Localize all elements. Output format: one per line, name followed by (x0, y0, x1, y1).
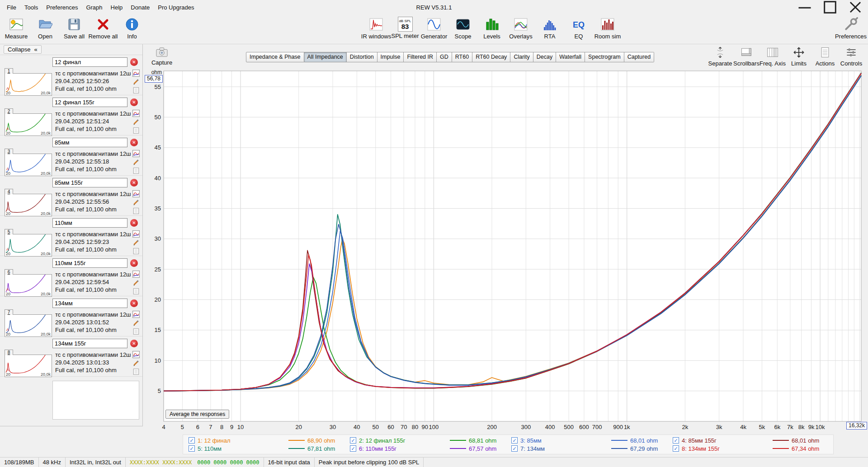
measurement-item-3[interactable]: ✕3А2020,0kтс с противомагнитами 12ш29.04… (0, 135, 142, 176)
menu-graph[interactable]: Graph (82, 2, 106, 13)
pencil-icon[interactable] (132, 118, 140, 126)
notes-icon[interactable] (132, 127, 140, 134)
delete-measurement-button[interactable]: ✕ (130, 259, 138, 267)
legend-checkbox[interactable]: ✓ (673, 437, 679, 444)
measurement-thumbnail[interactable]: 2А2020,0k (5, 113, 52, 136)
measurement-thumbnail[interactable]: 6А2020,0k (5, 274, 52, 297)
measurement-thumbnail[interactable]: 1А2020,0k (5, 73, 52, 96)
actions-button[interactable]: Actions (812, 46, 838, 67)
tab-impulse[interactable]: Impulse (377, 52, 404, 62)
pencil-icon[interactable] (132, 279, 140, 286)
save-all-button[interactable]: Save all (60, 15, 89, 43)
mini-graph-icon[interactable] (132, 351, 140, 358)
measurement-thumbnail[interactable]: 3А2020,0k (5, 154, 52, 176)
tab-rt60-decay[interactable]: RT60 Decay (472, 52, 510, 62)
notes-icon[interactable] (132, 368, 140, 375)
mini-graph-icon[interactable] (132, 150, 140, 157)
tab-captured[interactable]: Captured (624, 52, 654, 62)
measurement-name-input[interactable] (52, 98, 127, 107)
menu-preferences[interactable]: Preferences (42, 2, 82, 13)
pencil-icon[interactable] (132, 199, 140, 206)
tab-waterfall[interactable]: Waterfall (556, 52, 585, 62)
menu-pro-upgrades[interactable]: Pro Upgrades (154, 2, 198, 13)
mini-graph-icon[interactable] (132, 110, 140, 117)
legend-checkbox[interactable]: ✓ (189, 445, 195, 452)
tab-decay[interactable]: Decay (533, 52, 556, 62)
separate-button[interactable]: Separate (707, 46, 733, 67)
average-responses-button[interactable]: Average the responses (165, 410, 229, 419)
delete-measurement-button[interactable]: ✕ (130, 58, 138, 66)
measurement-thumbnail[interactable]: 5А2020,0k (5, 234, 52, 257)
menu-help[interactable]: Help (107, 2, 127, 13)
measurement-name-input[interactable] (52, 218, 127, 228)
measurement-item-1[interactable]: ✕1А2020,0kтс с противомагнитами 12ш29.04… (0, 55, 142, 95)
delete-measurement-button[interactable]: ✕ (130, 340, 138, 347)
minimize-button[interactable] (792, 0, 817, 14)
measurement-name-input[interactable] (52, 299, 127, 308)
tab-spectrogram[interactable]: Spectrogram (585, 52, 624, 62)
legend-checkbox[interactable]: ✓ (350, 445, 356, 452)
info-button[interactable]: Info (118, 15, 146, 43)
legend-checkbox[interactable]: ✓ (189, 437, 195, 444)
tab-all-impedance[interactable]: All Impedance (304, 52, 347, 62)
mini-graph-icon[interactable] (132, 190, 140, 197)
pencil-icon[interactable] (132, 360, 140, 367)
limits-button[interactable]: Limits (786, 46, 812, 67)
pencil-icon[interactable] (132, 159, 140, 166)
tab-rt60[interactable]: RT60 (452, 52, 472, 62)
legend-checkbox[interactable]: ✓ (350, 437, 356, 444)
notes-icon[interactable] (132, 328, 140, 335)
freq-axis-button[interactable]: Freq. Axis (760, 46, 786, 67)
measurement-item-7[interactable]: ✕7А2020,0kтс с противомагнитами 12ш29.04… (0, 296, 142, 336)
preferences-button[interactable]: Preferences (836, 15, 865, 43)
levels-button[interactable]: Levels (477, 15, 506, 43)
pencil-icon[interactable] (132, 239, 140, 246)
mini-graph-icon[interactable] (132, 271, 140, 278)
tab-distortion[interactable]: Distortion (347, 52, 377, 62)
notes-icon[interactable] (132, 288, 140, 295)
overlays-button[interactable]: Overlays (506, 15, 535, 43)
menu-file[interactable]: File (3, 2, 20, 13)
notes-icon[interactable] (132, 87, 140, 94)
scope-button[interactable]: Scope (448, 15, 477, 43)
legend-checkbox[interactable]: ✓ (673, 445, 679, 452)
impedance-plot[interactable]: 5101520253035404550554567891020304050607… (143, 69, 868, 433)
mini-graph-icon[interactable] (132, 70, 140, 77)
delete-measurement-button[interactable]: ✕ (130, 98, 138, 106)
scrollbars-button[interactable]: Scrollbars (733, 46, 760, 67)
tab-gd[interactable]: GD (437, 52, 452, 62)
measurement-item-6[interactable]: ✕6А2020,0kтс с противомагнитами 12ш29.04… (0, 256, 142, 296)
tab-clarity[interactable]: Clarity (510, 52, 533, 62)
menu-donate[interactable]: Donate (127, 2, 154, 13)
spl-meter-button[interactable]: dB SPL83SPL meter (391, 15, 420, 43)
notes-icon[interactable] (132, 167, 140, 174)
room-sim-button[interactable]: Room sim (593, 15, 622, 43)
measurement-thumbnail[interactable]: 8А2020,0k (5, 355, 52, 377)
notes-icon[interactable] (132, 207, 140, 215)
menu-tools[interactable]: Tools (20, 2, 42, 13)
measurement-name-input[interactable] (52, 258, 127, 268)
pencil-icon[interactable] (132, 319, 140, 327)
close-button[interactable] (843, 0, 868, 14)
collapse-button[interactable]: Collapse « (4, 45, 42, 54)
remove-all-button[interactable]: Remove all (89, 15, 118, 43)
measurement-item-8[interactable]: ✕8А2020,0kтс с противомагнитами 12ш29.04… (0, 336, 142, 377)
delete-measurement-button[interactable]: ✕ (130, 219, 138, 227)
tab-impedance-phase[interactable]: Impedance & Phase (246, 52, 304, 62)
rta-button[interactable]: RTA (535, 15, 564, 43)
tab-filtered-ir[interactable]: Filtered IR (404, 52, 437, 62)
measurement-item-2[interactable]: ✕2А2020,0kтс с противомагнитами 12ш29.04… (0, 95, 142, 135)
open-button[interactable]: Open (31, 15, 60, 43)
measure-button[interactable]: Measure (2, 15, 31, 43)
controls-button[interactable]: Controls (838, 46, 864, 67)
notes-icon[interactable] (132, 248, 140, 255)
measurement-thumbnail[interactable]: 4А2020,0k (5, 194, 52, 216)
measurement-name-input[interactable] (52, 57, 127, 67)
measurement-thumbnail[interactable]: 7А2020,0k (5, 314, 52, 337)
delete-measurement-button[interactable]: ✕ (130, 299, 138, 307)
legend-checkbox[interactable]: ✓ (511, 437, 518, 444)
measurement-name-input[interactable] (52, 339, 127, 348)
measurement-item-5[interactable]: ✕5А2020,0kтс с противомагнитами 12ш29.04… (0, 216, 142, 256)
measurement-item-4[interactable]: ✕4А2020,0kтс с противомагнитами 12ш29.04… (0, 176, 142, 216)
ir-windows-button[interactable]: IR windows (362, 15, 391, 43)
